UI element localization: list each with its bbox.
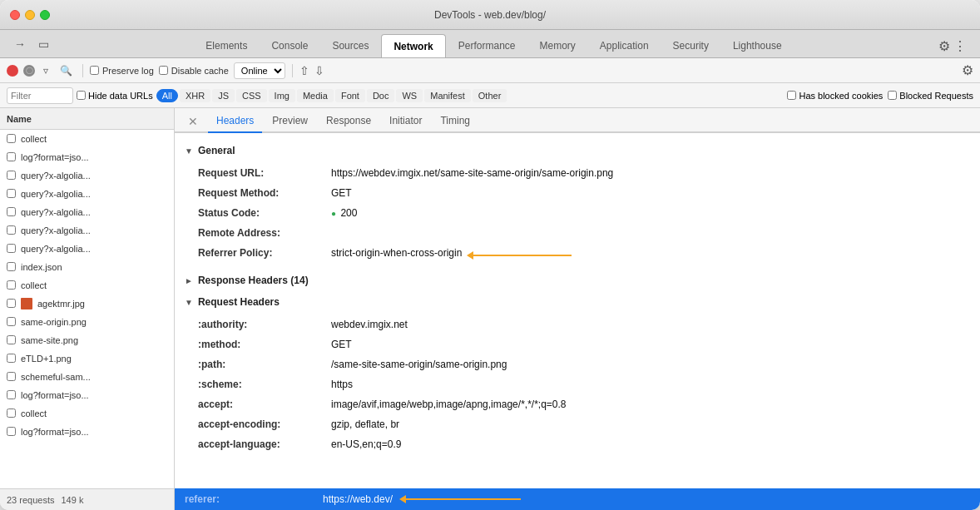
tab-lighthouse[interactable]: Lighthouse (721, 34, 794, 57)
list-item[interactable]: query?x-algolia... (0, 240, 174, 258)
file-checkbox[interactable] (7, 354, 16, 363)
search-icon[interactable]: 🔍 (57, 63, 76, 78)
preserve-log-label[interactable]: Preserve log (90, 66, 154, 76)
filter-xhr[interactable]: XHR (180, 89, 210, 102)
file-checkbox[interactable] (7, 280, 16, 290)
filter-manifest[interactable]: Manifest (424, 89, 471, 102)
arrow-line-icon (472, 255, 572, 256)
table-row: :scheme: https (198, 374, 970, 394)
tab-headers[interactable]: Headers (208, 110, 262, 133)
minimize-button[interactable] (25, 10, 35, 20)
file-checkbox[interactable] (7, 189, 16, 198)
tab-preview[interactable]: Preview (264, 110, 316, 133)
close-button[interactable] (10, 10, 20, 20)
has-blocked-cookies-checkbox[interactable] (787, 91, 796, 100)
filter-icon[interactable]: ▿ (40, 63, 52, 78)
response-headers-section-header[interactable]: ► Response Headers (14) (185, 270, 970, 291)
filter-bar: Hide data URLs All XHR JS CSS Img Media … (0, 83, 980, 108)
cursor-icon[interactable]: → (10, 34, 30, 54)
transfer-size: 149 k (61, 495, 83, 505)
tab-network[interactable]: Network (381, 34, 445, 57)
file-checkbox[interactable] (7, 207, 16, 216)
filter-img[interactable]: Img (269, 89, 295, 102)
filter-right: Has blocked cookies Blocked Requests (787, 91, 973, 101)
tab-memory[interactable]: Memory (528, 34, 587, 57)
list-item[interactable]: query?x-algolia... (0, 221, 174, 240)
tab-timing[interactable]: Timing (432, 110, 478, 133)
filter-ws[interactable]: WS (396, 89, 423, 102)
request-headers-section-header[interactable]: ▼ Request Headers (185, 291, 970, 313)
blocked-requests-checkbox[interactable] (888, 91, 897, 100)
general-section-header[interactable]: ▼ General (185, 140, 970, 161)
file-checkbox[interactable] (7, 262, 16, 271)
hide-data-urls-label[interactable]: Hide data URLs (77, 91, 153, 101)
blocked-requests-label[interactable]: Blocked Requests (888, 91, 973, 101)
preserve-log-checkbox[interactable] (90, 66, 99, 75)
disable-cache-label[interactable]: Disable cache (159, 66, 229, 76)
file-checkbox[interactable] (7, 134, 16, 143)
settings-icon[interactable]: ⚙ (938, 38, 950, 54)
download-icon[interactable]: ⇩ (314, 64, 324, 77)
file-checkbox[interactable] (7, 171, 16, 180)
list-item[interactable]: collect (0, 404, 174, 423)
close-detail-icon[interactable]: ✕ (181, 111, 205, 131)
maximize-button[interactable] (40, 10, 50, 20)
list-item[interactable]: agektmr.jpg (0, 295, 174, 313)
file-checkbox[interactable] (7, 335, 16, 344)
file-checkbox[interactable] (7, 244, 16, 253)
file-checkbox[interactable] (7, 225, 16, 235)
device-icon[interactable]: ▭ (33, 34, 53, 54)
file-checkbox[interactable] (7, 317, 16, 326)
tab-console[interactable]: Console (260, 34, 319, 57)
tab-initiator[interactable]: Initiator (381, 110, 430, 133)
list-item[interactable]: same-origin.png (0, 313, 174, 331)
more-icon[interactable]: ⋮ (953, 38, 967, 54)
list-item[interactable]: collect (0, 276, 174, 295)
list-item[interactable]: query?x-algolia... (0, 203, 174, 221)
file-checkbox[interactable] (7, 299, 16, 308)
has-blocked-cookies-label[interactable]: Has blocked cookies (787, 91, 883, 101)
file-checkbox[interactable] (7, 372, 16, 381)
tab-application[interactable]: Application (588, 34, 661, 57)
divider-1 (82, 64, 83, 77)
tab-security[interactable]: Security (661, 34, 720, 57)
list-item[interactable]: eTLD+1.png (0, 349, 174, 368)
list-item[interactable]: log?format=jso... (0, 148, 174, 166)
detail-content: ▼ General Request URL: https://webdev.im… (175, 133, 980, 488)
upload-icon[interactable]: ⇧ (299, 64, 309, 77)
table-row: Request Method: GET (198, 183, 970, 203)
filter-css[interactable]: CSS (236, 89, 267, 102)
list-item[interactable]: same-site.png (0, 331, 174, 349)
throttle-select[interactable]: Online (234, 62, 285, 79)
list-item[interactable]: query?x-algolia... (0, 166, 174, 185)
list-item[interactable]: log?format=jso... (0, 386, 174, 404)
filter-media[interactable]: Media (297, 89, 334, 102)
record-button[interactable] (7, 65, 18, 77)
network-settings-icon[interactable]: ⚙ (962, 63, 973, 77)
stop-button[interactable]: ◯ (23, 65, 35, 77)
file-checkbox[interactable] (7, 152, 16, 161)
traffic-lights (10, 10, 50, 20)
right-panel: ✕ Headers Preview Response Initiator Tim… (175, 108, 980, 510)
list-item[interactable]: log?format=jso... (0, 423, 174, 441)
filter-doc[interactable]: Doc (367, 89, 395, 102)
list-item[interactable]: query?x-algolia... (0, 185, 174, 203)
filter-font[interactable]: Font (335, 89, 365, 102)
tab-sources[interactable]: Sources (320, 34, 380, 57)
file-checkbox[interactable] (7, 390, 16, 399)
filter-other[interactable]: Other (473, 89, 507, 102)
filter-js[interactable]: JS (212, 89, 235, 102)
filter-all[interactable]: All (156, 89, 178, 102)
list-item[interactable]: index.json (0, 258, 174, 276)
response-headers-section-title: Response Headers (14) (198, 275, 309, 286)
filter-input[interactable] (7, 87, 73, 104)
tab-elements[interactable]: Elements (194, 34, 259, 57)
file-checkbox[interactable] (7, 408, 16, 418)
list-item[interactable]: collect (0, 130, 174, 148)
list-item[interactable]: schemeful-sam... (0, 368, 174, 386)
hide-data-urls-checkbox[interactable] (77, 91, 86, 100)
tab-performance[interactable]: Performance (447, 34, 527, 57)
file-checkbox[interactable] (7, 427, 16, 436)
tab-response[interactable]: Response (318, 110, 379, 133)
disable-cache-checkbox[interactable] (159, 66, 168, 75)
